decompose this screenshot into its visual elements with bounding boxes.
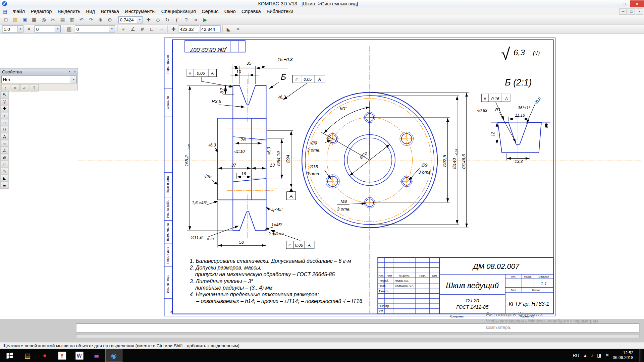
chamfer-tool[interactable]: ◣: [0, 175, 8, 182]
line-tool[interactable]: /: [0, 112, 8, 119]
save-button[interactable]: ▣: [20, 15, 30, 24]
undo-button[interactable]: ↶: [77, 15, 86, 24]
props-sort-button[interactable]: ↕: [1, 84, 10, 92]
cut-button[interactable]: ✂: [48, 15, 58, 24]
close-button[interactable]: ×: [630, 0, 644, 7]
grid-button[interactable]: #: [138, 24, 147, 33]
snap-value: 0: [36, 26, 55, 32]
list-tool[interactable]: ≡: [0, 182, 8, 189]
drawing-canvas[interactable]: ДМ 08.02.007√6,3(√)Б (2:1)3515 ±0,3108,7…: [0, 34, 644, 319]
close-icon[interactable]: ×: [72, 69, 78, 74]
chevron-down-icon[interactable]: ▾: [17, 26, 23, 32]
drawing-label: М8: [341, 199, 347, 204]
menu-item[interactable]: Редактор: [28, 8, 55, 15]
tray-hidden-icons[interactable]: ▲: [583, 353, 587, 358]
child-minimize-button[interactable]: ─: [620, 8, 627, 15]
ortho-button[interactable]: ∟: [147, 24, 156, 33]
maximize-button[interactable]: □: [619, 0, 630, 7]
copy-button[interactable]: ▤: [58, 15, 67, 24]
redo-button[interactable]: ↷: [86, 15, 96, 24]
fx-button[interactable]: ƒ: [172, 15, 181, 24]
menu-item[interactable]: Вставка: [98, 8, 122, 15]
arc-tool[interactable]: ∪: [0, 126, 8, 133]
taskbar-clock[interactable]: 12:52 06.06.2018: [613, 350, 636, 361]
text-tool[interactable]: A: [0, 133, 8, 140]
scale-combo[interactable]: 1.0 ▾: [2, 25, 23, 33]
circle-tool[interactable]: ○: [0, 119, 8, 126]
preview-button[interactable]: ◎: [39, 15, 48, 24]
menu-item[interactable]: Справка: [238, 8, 264, 15]
menu-item[interactable]: Спецификация: [158, 8, 199, 15]
triangle-tool-button[interactable]: ◣: [224, 24, 233, 33]
drawing-label: //: [189, 71, 192, 75]
rectangle-tool[interactable]: □: [0, 161, 8, 168]
angle-snap-button[interactable]: ∠: [128, 24, 138, 33]
taskbar-word-icon[interactable]: W: [71, 349, 88, 362]
refresh-button[interactable]: ↻: [163, 15, 172, 24]
show-desktop-button[interactable]: [640, 349, 643, 362]
child-close-button[interactable]: ×: [636, 8, 643, 15]
tray-flag-icon[interactable]: ⚑: [605, 353, 609, 358]
start-button[interactable]: [0, 349, 19, 362]
paste-button[interactable]: ▥: [67, 15, 77, 24]
props-apply-button[interactable]: ✓: [20, 84, 29, 92]
drawing-label: Масштаб: [539, 275, 549, 278]
child-restore-button[interactable]: □: [628, 8, 635, 15]
minimize-button[interactable]: ─: [607, 0, 619, 7]
diameter-dimension-tool[interactable]: ⌀: [0, 154, 8, 161]
list-tool-button[interactable]: ≡: [233, 24, 243, 33]
select-tool[interactable]: ↖: [0, 91, 8, 98]
lock-button[interactable]: ✦: [24, 24, 34, 33]
menu-item[interactable]: Сервис: [199, 8, 221, 15]
pan-button[interactable]: ✚: [144, 15, 153, 24]
measure-button[interactable]: ≈: [191, 15, 200, 24]
menu-item[interactable]: Инструменты: [122, 8, 159, 15]
zoom-all-button[interactable]: ◇: [153, 15, 163, 24]
language-indicator[interactable]: RU: [573, 353, 579, 358]
zoom-out-button[interactable]: ⊖: [105, 15, 114, 24]
zoom-in-button[interactable]: ⊕: [96, 15, 105, 24]
taskbar-yandex-icon[interactable]: Y: [53, 349, 70, 362]
chevron-down-icon[interactable]: ▾: [55, 26, 60, 32]
pin-icon[interactable]: ▪: [67, 69, 72, 74]
props-list-button[interactable]: ≡: [11, 84, 20, 92]
drawing-label: ∅70: [358, 151, 369, 161]
chevron-down-icon[interactable]: ▾: [137, 17, 143, 23]
tray-network-icon[interactable]: ◨: [597, 353, 601, 358]
layer-combo[interactable]: 0 ▾: [75, 25, 115, 33]
properties-selector[interactable]: Нет ▾: [1, 75, 77, 83]
chevron-down-icon[interactable]: ▾: [109, 26, 114, 32]
layers-button[interactable]: ▥: [64, 24, 74, 33]
menu-item[interactable]: Файл: [10, 8, 28, 15]
coordinate-x-field[interactable]: [179, 25, 199, 33]
context-help-button[interactable]: ?: [181, 15, 191, 24]
angle-dimension-tool[interactable]: ∠: [0, 147, 8, 154]
menu-item[interactable]: Выделить: [55, 8, 83, 15]
point-tool[interactable]: ✚: [0, 105, 8, 112]
menu-item[interactable]: Вид: [83, 8, 98, 15]
menu-item[interactable]: Библиотеки: [264, 8, 296, 15]
chevron-down-icon[interactable]: ▾: [71, 76, 76, 83]
props-help-button[interactable]: ?: [30, 84, 39, 92]
snap-combo[interactable]: 0 ▾: [35, 25, 61, 33]
open-button[interactable]: ▨: [11, 15, 20, 24]
geometry-tool[interactable]: ◎: [0, 98, 8, 105]
menu-item[interactable]: Окно: [221, 8, 238, 15]
horizontal-scrollbar[interactable]: [76, 334, 640, 338]
round-snap-button[interactable]: ●: [119, 24, 128, 33]
new-document-button[interactable]: □: [1, 15, 11, 24]
spline-tool[interactable]: ≈: [0, 140, 8, 147]
print-button[interactable]: ▦: [30, 15, 39, 24]
local-csys-button[interactable]: ¬: [157, 24, 166, 33]
drawing-label: 26: [240, 137, 246, 142]
zoom-combo[interactable]: 0.7424 ▾: [118, 16, 143, 23]
coordinate-y-field[interactable]: [200, 25, 220, 33]
taskbar-browser-icon[interactable]: ●: [36, 349, 53, 362]
drawing-label: 3 отв.: [337, 206, 351, 212]
taskbar-kompas-icon[interactable]: ◉: [105, 349, 122, 362]
taskbar-app-icon[interactable]: ▤: [19, 349, 36, 362]
run-button[interactable]: ▶: [201, 15, 210, 24]
edit-tool[interactable]: ✎: [0, 168, 8, 175]
taskbar-winrar-icon[interactable]: ≣: [88, 349, 105, 362]
tray-volume-icon[interactable]: ♪: [591, 353, 593, 358]
